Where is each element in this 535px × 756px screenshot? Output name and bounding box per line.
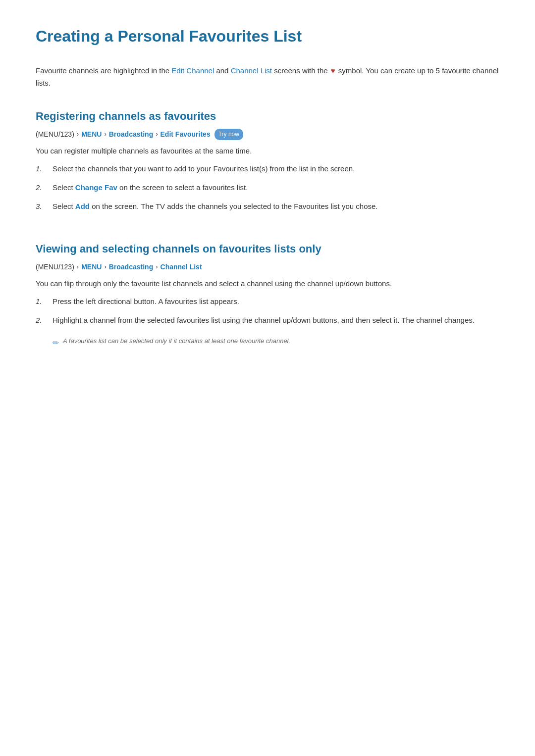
step2-1: 1. Press the left directional button. A … (36, 296, 499, 307)
try-now-badge[interactable]: Try now (214, 129, 243, 140)
add-link[interactable]: Add (75, 202, 90, 210)
breadcrumb1-broadcasting: Broadcasting (109, 129, 153, 140)
breadcrumb2-channel-list: Channel List (160, 261, 202, 272)
breadcrumb2-menu: MENU (81, 261, 102, 272)
step1-3-text-before: Select (53, 202, 75, 210)
breadcrumb1-edit-favourites: Edit Favourites (160, 129, 211, 140)
change-fav-link[interactable]: Change Fav (75, 183, 117, 192)
step1-2-text-before: Select (53, 183, 75, 192)
edit-channel-link[interactable]: Edit Channel (171, 66, 214, 75)
breadcrumb2-arrow2: › (104, 262, 106, 272)
step1-3-text-after: on the screen. The TV adds the channels … (90, 202, 377, 210)
intro-text-middle2: screens with the (274, 66, 327, 75)
step2-2: 2. Highlight a channel from the selected… (36, 314, 499, 326)
step1-1: 1. Select the channels that you want to … (36, 163, 499, 175)
breadcrumb1-arrow3: › (156, 129, 158, 140)
intro-paragraph: Favourite channels are highlighted in th… (36, 65, 499, 90)
section2-intro: You can flip through only the favourite … (36, 278, 499, 290)
note-pencil-icon: ✏ (53, 337, 59, 350)
breadcrumb2-arrow1: › (77, 262, 79, 272)
breadcrumb1-start: (MENU/123) (36, 129, 74, 140)
breadcrumb1-arrow2: › (104, 129, 106, 140)
step1-3-content: Select Add on the screen. The TV adds th… (53, 201, 378, 212)
section1-title: Registering channels as favourites (36, 107, 499, 125)
heart-icon: ♥ (331, 65, 335, 77)
step2-2-text: Highlight a channel from the selected fa… (53, 314, 475, 326)
step1-2: 2. Select Change Fav on the screen to se… (36, 182, 499, 194)
intro-text-before: Favourite channels are highlighted in th… (36, 66, 171, 75)
step2-2-number: 2. (36, 314, 50, 326)
note-box: ✏ A favourites list can be selected only… (53, 336, 499, 350)
step1-2-text-after: on the screen to select a favourites lis… (117, 183, 248, 192)
breadcrumb2-broadcasting: Broadcasting (109, 261, 153, 272)
section2-breadcrumb: (MENU/123) › MENU › Broadcasting › Chann… (36, 261, 499, 272)
channel-list-link[interactable]: Channel List (231, 66, 272, 75)
section1-steps: 1. Select the channels that you want to … (36, 163, 499, 212)
note-text: A favourites list can be selected only i… (63, 336, 290, 346)
intro-text-middle1: and (216, 66, 230, 75)
step1-3-number: 3. (36, 201, 50, 212)
breadcrumb1-arrow1: › (77, 129, 79, 140)
step1-1-number: 1. (36, 163, 50, 175)
breadcrumb1-menu: MENU (81, 129, 102, 140)
step1-2-content: Select Change Fav on the screen to selec… (53, 182, 248, 194)
step2-1-number: 1. (36, 296, 50, 307)
step1-1-text: Select the channels that you want to add… (53, 163, 355, 175)
breadcrumb2-start: (MENU/123) (36, 261, 74, 272)
section2-steps: 1. Press the left directional button. A … (36, 296, 499, 326)
breadcrumb2-arrow3: › (156, 262, 158, 272)
step2-1-text: Press the left directional button. A fav… (53, 296, 239, 307)
step1-3: 3. Select Add on the screen. The TV adds… (36, 201, 499, 212)
step1-2-number: 2. (36, 182, 50, 194)
section1-intro: You can register multiple channels as fa… (36, 145, 499, 157)
page-title: Creating a Personal Favourites List (36, 24, 499, 49)
section2-title: Viewing and selecting channels on favour… (36, 240, 499, 257)
section1-breadcrumb: (MENU/123) › MENU › Broadcasting › Edit … (36, 129, 499, 140)
